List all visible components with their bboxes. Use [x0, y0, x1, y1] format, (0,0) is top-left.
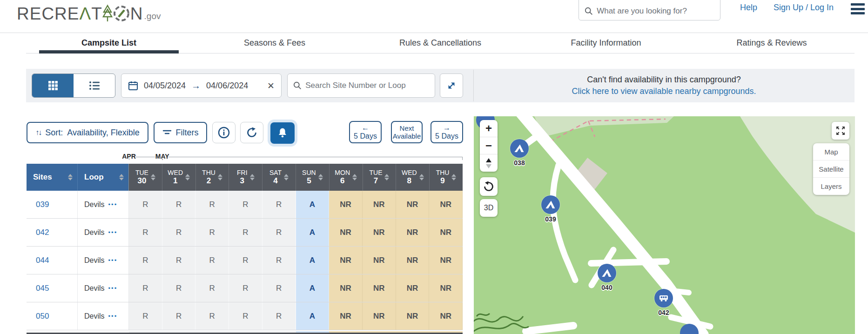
availability-cell-nr[interactable]: NR: [329, 274, 363, 302]
site-link[interactable]: 044: [36, 256, 49, 265]
availability-cell-r[interactable]: R: [229, 219, 262, 246]
availability-cell-a[interactable]: A: [296, 219, 330, 246]
loop-more-icon[interactable]: •••: [108, 229, 118, 236]
site-link[interactable]: 039: [36, 200, 49, 209]
loop-more-icon[interactable]: •••: [108, 201, 118, 208]
availability-cell-nr[interactable]: NR: [329, 219, 363, 246]
campsite-marker-042[interactable]: [654, 289, 673, 307]
map-map-button[interactable]: Map: [813, 143, 849, 160]
availability-cell-nr[interactable]: NR: [396, 302, 430, 330]
loop-column-header[interactable]: Loop: [78, 164, 129, 191]
date-column-header-wed-1[interactable]: WED1: [162, 164, 196, 191]
grid-view-button[interactable]: [32, 74, 74, 97]
availability-cell-nr[interactable]: NR: [396, 191, 430, 218]
availability-cell-r[interactable]: R: [262, 191, 296, 218]
menu-icon[interactable]: [851, 3, 865, 14]
availability-cell-r[interactable]: R: [262, 247, 296, 274]
date-column-header-tue-30[interactable]: TUE30: [129, 164, 162, 191]
availability-cell-r[interactable]: R: [195, 302, 229, 330]
tab-campsite-list[interactable]: Campsite List: [26, 33, 192, 53]
availability-cell-nr[interactable]: NR: [396, 219, 430, 246]
global-search-box[interactable]: [579, 0, 720, 20]
availability-cell-r[interactable]: R: [129, 191, 162, 218]
availability-cell-r[interactable]: R: [195, 219, 229, 246]
availability-cell-nr[interactable]: NR: [363, 219, 396, 246]
site-link[interactable]: 050: [36, 312, 49, 321]
filters-button[interactable]: Filters: [154, 122, 207, 143]
availability-cell-a[interactable]: A: [296, 274, 330, 302]
map-reset-rotation-button[interactable]: [480, 177, 498, 196]
sites-column-header[interactable]: Sites: [27, 164, 78, 191]
availability-cell-nr[interactable]: NR: [396, 247, 430, 274]
availability-cell-nr[interactable]: NR: [429, 247, 463, 274]
start-date[interactable]: 04/05/2024: [144, 81, 186, 91]
availability-cell-nr[interactable]: NR: [396, 274, 430, 302]
campsite-marker-040[interactable]: [598, 264, 616, 282]
zoom-in-button[interactable]: +: [480, 120, 498, 137]
date-range-picker[interactable]: 04/05/2024 → 04/06/2024 ✕: [121, 73, 282, 98]
site-search-input[interactable]: [305, 81, 429, 90]
availability-cell-r[interactable]: R: [162, 274, 196, 302]
availability-cell-a[interactable]: A: [296, 302, 330, 330]
zoom-out-button[interactable]: −: [480, 137, 498, 154]
map-layers-button[interactable]: Layers: [813, 178, 849, 195]
map-3d-button[interactable]: 3D: [480, 199, 498, 217]
tab-facility-information[interactable]: Facility Information: [523, 33, 689, 53]
availability-cell-r[interactable]: R: [262, 219, 296, 246]
availability-cell-nr[interactable]: NR: [429, 219, 463, 246]
availability-cell-nr[interactable]: NR: [329, 247, 363, 274]
end-date[interactable]: 04/06/2024: [206, 81, 248, 91]
map-fullscreen-button[interactable]: [832, 122, 849, 140]
availability-cell-a[interactable]: A: [296, 247, 330, 274]
availability-cell-r[interactable]: R: [162, 247, 196, 274]
campsite-marker-039[interactable]: [541, 195, 560, 214]
clear-dates-icon[interactable]: ✕: [267, 80, 275, 91]
date-column-header-fri-3[interactable]: FRI3: [229, 164, 262, 191]
date-column-header-thu-2[interactable]: THU2: [196, 164, 229, 191]
availability-cell-nr[interactable]: NR: [429, 274, 463, 302]
availability-cell-nr[interactable]: NR: [363, 302, 396, 330]
availability-cell-r[interactable]: R: [262, 274, 296, 302]
help-link[interactable]: Help: [740, 3, 757, 13]
availability-cell-r[interactable]: R: [129, 274, 162, 302]
signup-login-link[interactable]: Sign Up / Log In: [774, 3, 834, 13]
availability-cell-r[interactable]: R: [229, 191, 262, 218]
previous-5-days-button[interactable]: ← 5 Days: [349, 121, 382, 143]
availability-cell-r[interactable]: R: [162, 302, 196, 330]
date-column-header-wed-8[interactable]: WED8: [396, 164, 430, 191]
campsite-marker-038[interactable]: [510, 139, 529, 158]
sort-button[interactable]: ↑↓ Sort: Availability, Flexible: [27, 122, 148, 143]
tab-seasons-fees[interactable]: Seasons & Fees: [192, 33, 357, 53]
availability-cell-r[interactable]: R: [229, 274, 262, 302]
refresh-button[interactable]: [240, 122, 263, 143]
availability-cell-nr[interactable]: NR: [429, 302, 463, 330]
list-view-button[interactable]: [74, 74, 115, 97]
date-column-header-sun-5[interactable]: SUN5: [296, 164, 330, 191]
availability-cell-r[interactable]: R: [162, 219, 196, 246]
next-5-days-button[interactable]: → 5 Days: [431, 121, 463, 143]
availability-cell-r[interactable]: R: [195, 274, 229, 302]
tab-ratings-reviews[interactable]: Ratings & Reviews: [689, 33, 855, 53]
availability-cell-r[interactable]: R: [262, 302, 296, 330]
loop-more-icon[interactable]: •••: [108, 285, 118, 292]
info-button[interactable]: [212, 122, 236, 143]
availability-cell-nr[interactable]: NR: [363, 191, 396, 218]
campground-map[interactable]: 038039040042 + − 3D MapSatelliteLayers: [474, 116, 855, 334]
availability-cell-nr[interactable]: NR: [329, 302, 363, 330]
recreation-gov-logo[interactable]: RECREΛTN .gov: [17, 4, 161, 22]
availability-cell-a[interactable]: A: [296, 191, 330, 218]
site-link[interactable]: 042: [36, 228, 49, 237]
availability-cell-r[interactable]: R: [229, 302, 262, 330]
availability-cell-r[interactable]: R: [129, 302, 162, 330]
availability-alert-button[interactable]: [270, 122, 295, 144]
compass-button[interactable]: [480, 154, 498, 172]
availability-cell-r[interactable]: R: [229, 247, 262, 274]
next-available-button[interactable]: Next Available: [391, 121, 423, 143]
availability-cell-nr[interactable]: NR: [363, 274, 396, 302]
expand-table-button[interactable]: [440, 73, 463, 98]
loop-more-icon[interactable]: •••: [108, 313, 118, 320]
date-column-header-tue-7[interactable]: TUE7: [363, 164, 397, 191]
nearby-campgrounds-link[interactable]: Click here to view available nearby camp…: [572, 87, 756, 96]
availability-cell-r[interactable]: R: [129, 219, 162, 246]
availability-cell-r[interactable]: R: [195, 247, 229, 274]
